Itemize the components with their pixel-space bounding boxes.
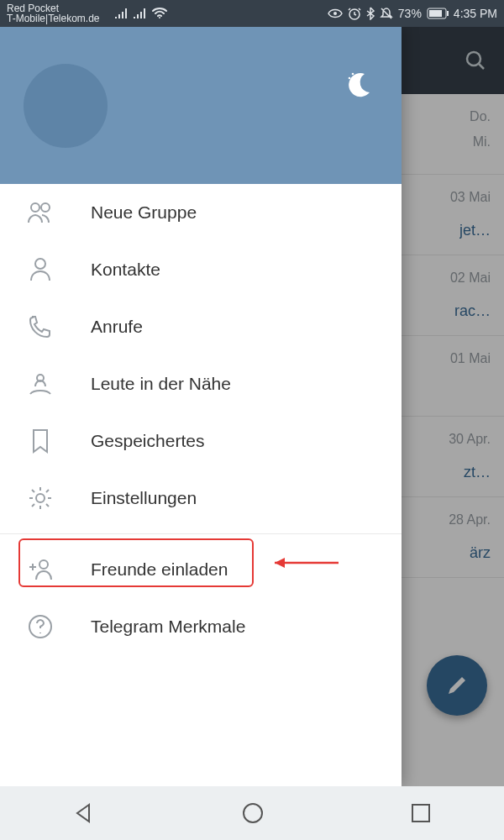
- svg-rect-4: [447, 11, 449, 16]
- eye-icon: [328, 8, 343, 18]
- drawer-item-settings[interactable]: Einstellungen: [0, 470, 402, 527]
- drawer-item-saved[interactable]: Gespeichertes: [0, 412, 402, 470]
- nav-recent-icon[interactable]: [410, 802, 432, 824]
- moon-icon: [341, 67, 375, 101]
- signal-icons: [115, 8, 167, 19]
- svg-point-10: [35, 259, 45, 269]
- bookmark-icon: [30, 428, 50, 454]
- mute-icon: [380, 7, 393, 20]
- svg-point-7: [349, 77, 351, 80]
- phone-icon: [29, 315, 52, 339]
- signal-1-icon: [115, 8, 129, 19]
- drawer-item-new-group[interactable]: Neue Gruppe: [0, 184, 402, 241]
- drawer-item-label: Freunde einladen: [91, 559, 228, 580]
- wifi-icon: [152, 8, 167, 19]
- svg-rect-3: [429, 10, 442, 17]
- group-icon: [27, 201, 54, 224]
- nearby-icon: [28, 370, 53, 397]
- person-icon: [29, 257, 52, 282]
- signal-2-icon: [134, 8, 147, 19]
- android-nav-bar: [0, 786, 504, 840]
- drawer-item-nearby[interactable]: Leute in der Nähe: [0, 355, 402, 412]
- carrier-labels: Red Pocket T-Mobile|Telekom.de: [7, 3, 100, 24]
- drawer-item-features[interactable]: Telegram Merkmale: [0, 598, 402, 655]
- avatar[interactable]: [24, 64, 108, 148]
- svg-rect-17: [412, 805, 429, 822]
- drawer-item-label: Einstellungen: [91, 488, 197, 508]
- drawer-item-invite[interactable]: Freunde einladen: [0, 541, 402, 598]
- svg-point-16: [244, 804, 262, 822]
- status-bar: Red Pocket T-Mobile|Telekom.de 73% 4:35 …: [0, 0, 504, 27]
- svg-point-8: [31, 203, 39, 212]
- alarm-icon: [348, 7, 361, 20]
- gear-icon: [28, 486, 53, 511]
- status-right: 73% 4:35 PM: [328, 7, 497, 20]
- svg-point-0: [333, 12, 337, 15]
- drawer-item-label: Neue Gruppe: [91, 202, 197, 223]
- nav-back-icon[interactable]: [72, 801, 96, 825]
- divider: [0, 533, 402, 534]
- svg-point-9: [41, 203, 50, 212]
- clock-text: 4:35 PM: [454, 7, 497, 20]
- svg-point-6: [352, 73, 354, 76]
- battery-text: 73%: [398, 7, 422, 20]
- carrier-2: T-Mobile|Telekom.de: [7, 13, 100, 24]
- drawer-item-calls[interactable]: Anrufe: [0, 298, 402, 355]
- help-icon: [28, 614, 53, 639]
- bluetooth-icon: [366, 7, 375, 20]
- drawer-list: Neue Gruppe Kontakte Anrufe Leute in der…: [0, 184, 402, 786]
- drawer-item-label: Gespeichertes: [91, 431, 204, 451]
- svg-point-13: [39, 560, 48, 569]
- invite-icon: [27, 558, 54, 581]
- svg-point-12: [36, 494, 45, 502]
- drawer-item-contacts[interactable]: Kontakte: [0, 241, 402, 298]
- drawer-item-label: Leute in der Nähe: [91, 374, 231, 394]
- drawer-header: [0, 27, 402, 184]
- battery-icon: [427, 8, 449, 19]
- night-mode-toggle[interactable]: [341, 67, 375, 104]
- drawer-item-label: Anrufe: [91, 317, 143, 337]
- drawer-item-label: Kontakte: [91, 260, 160, 280]
- nav-home-icon[interactable]: [241, 801, 265, 825]
- drawer-item-label: Telegram Merkmale: [91, 617, 245, 637]
- navigation-drawer: Neue Gruppe Kontakte Anrufe Leute in der…: [0, 27, 402, 786]
